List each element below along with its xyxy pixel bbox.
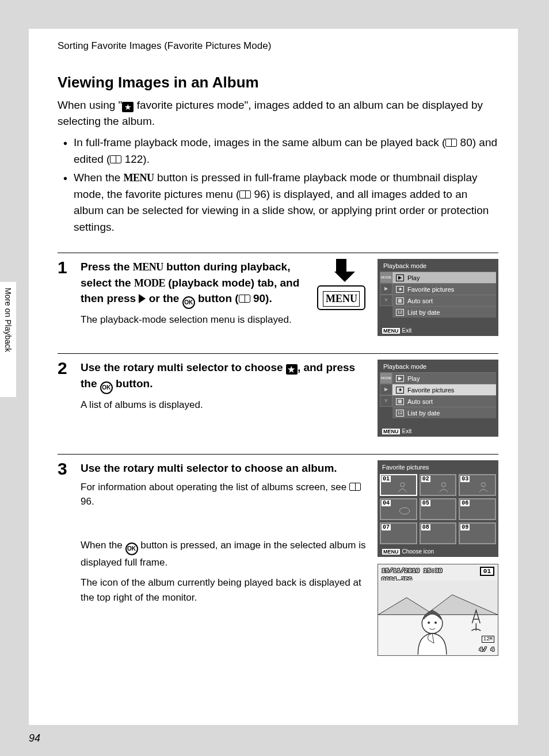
mode-tab: MODE xyxy=(380,372,392,384)
lcd-menu-list: ▶Play ★Favorite pictures ▦Auto sort 12Li… xyxy=(392,272,496,326)
page-ref-icon xyxy=(110,155,121,163)
play-icon: ▶ xyxy=(396,375,404,382)
lcd-item-play: ▶Play xyxy=(392,372,496,384)
album-cell: 03 xyxy=(459,474,496,496)
lcd-title: Playback mode xyxy=(380,362,496,372)
right-arrow-icon xyxy=(139,294,146,303)
svg-point-8 xyxy=(434,621,437,624)
photo-illustration xyxy=(378,581,498,655)
lcd-item-listbydate: 12List by date xyxy=(392,306,496,318)
svg-point-2 xyxy=(481,483,485,487)
resolution-badge: 12M xyxy=(482,636,494,643)
svg-point-7 xyxy=(428,621,430,624)
album-cell: 08 xyxy=(420,522,457,544)
wrench-tab-icon: Y xyxy=(380,395,392,407)
album-cell: 06 xyxy=(459,498,496,520)
side-tab-label: More on Playback xyxy=(0,282,16,358)
menu-word-icon: MENU xyxy=(133,261,163,273)
step-1: 1 Press the MENU button during playback,… xyxy=(58,253,498,336)
side-tab: More on Playback xyxy=(0,282,16,397)
calendar-icon: 12 xyxy=(396,410,404,417)
bullet-list: In full-frame playback mode, images in t… xyxy=(58,135,498,235)
svg-point-0 xyxy=(400,483,404,487)
star-icon: ★ xyxy=(286,364,298,375)
sort-icon: ▦ xyxy=(396,398,404,405)
step-2-heading: Use the rotary multi selector to choose … xyxy=(81,360,366,394)
ok-button-icon: OK xyxy=(182,296,195,309)
lcd-title: Playback mode xyxy=(380,261,496,272)
down-arrow-icon xyxy=(334,259,348,282)
step-3-subtext-3: The icon of the album currently being pl… xyxy=(81,575,366,605)
breadcrumb: Sorting Favorite Images (Favorite Pictur… xyxy=(58,40,498,52)
lcd-side-tabs: MODE ▶ Y xyxy=(380,372,392,426)
menu-word-icon: MENU xyxy=(124,172,154,184)
page-ref-icon xyxy=(239,190,251,198)
mode-word-icon: MODE xyxy=(134,277,165,289)
album-cell: 04 xyxy=(380,498,417,520)
intro-paragraph: When using "★ favorite pictures mode", i… xyxy=(58,97,498,129)
lcd-footer: MENUExit xyxy=(380,426,496,434)
lcd-item-autosort: ▦Auto sort xyxy=(392,295,496,306)
svg-point-1 xyxy=(442,483,446,487)
lcd-item-listbydate: 12List by date xyxy=(392,407,496,418)
fav-title: Favorite pictures xyxy=(380,463,496,473)
lcd-favorite-pictures-grid: Favorite pictures 01 02 03 04 05 06 07 0… xyxy=(378,460,498,557)
album-cell: 02 xyxy=(420,474,457,496)
menu-badge: MENU xyxy=(382,328,400,334)
star-icon: ★ xyxy=(122,102,134,112)
lcd-footer: MENUExit xyxy=(380,326,496,334)
lcd-item-play: ▶Play xyxy=(392,272,496,283)
menu-badge: MENU xyxy=(382,429,400,434)
mode-tab: MODE xyxy=(380,272,392,283)
step-number: 3 xyxy=(58,460,73,656)
album-cell: 09 xyxy=(459,522,496,544)
lcd-item-favorites: ★Favorite pictures xyxy=(392,283,496,295)
star-icon: ★ xyxy=(396,286,404,293)
page-ref-icon xyxy=(239,295,250,303)
album-grid: 01 02 03 04 05 06 07 08 09 xyxy=(380,473,496,547)
menu-button-figure: MENU xyxy=(315,259,367,310)
lcd-menu-list: ▶Play ★Favorite pictures ▦Auto sort 12Li… xyxy=(392,372,496,426)
play-tab-icon: ▶ xyxy=(380,384,392,395)
menu-button: MENU xyxy=(317,285,365,310)
album-indicator: 01 xyxy=(480,567,494,576)
star-icon: ★ xyxy=(396,387,404,394)
lcd-playback-mode-2: Playback mode MODE ▶ Y ▶Play ★Favorite p… xyxy=(378,360,498,437)
lcd-fullframe-playback: 15/11/2010 15:30 0004.JPG 01 xyxy=(378,564,498,656)
album-cell: 01 xyxy=(380,474,417,496)
intro-pre: When using " xyxy=(58,99,122,111)
sort-icon: ▦ xyxy=(396,297,404,304)
lcd-item-autosort: ▦Auto sort xyxy=(392,395,496,407)
lcd-playback-mode-1: Playback mode MODE ▶ Y ▶Play ★Favorite p… xyxy=(378,259,498,336)
section-title: Viewing Images in an Album xyxy=(58,74,498,91)
bullet-2: When the MENU button is pressed in full-… xyxy=(58,170,498,235)
lcd-footer: MENUChoose icon xyxy=(380,547,496,555)
page-ref-icon xyxy=(349,483,361,491)
step-3-heading: Use the rotary multi selector to choose … xyxy=(81,460,366,476)
step-number: 2 xyxy=(58,360,73,437)
album-cell: 05 xyxy=(420,498,457,520)
step-3-subtext-1: For information about operating the list… xyxy=(81,480,366,509)
page-number: 94 xyxy=(29,732,40,744)
step-number: 1 xyxy=(58,259,73,336)
wrench-tab-icon: Y xyxy=(380,295,392,306)
step-2-subtext: A list of albums is displayed. xyxy=(81,398,366,413)
lcd-side-tabs: MODE ▶ Y xyxy=(380,272,392,326)
step-1-heading: Press the MENU button during playback, s… xyxy=(81,259,304,309)
step-2: 2 Use the rotary multi selector to choos… xyxy=(58,353,498,437)
play-icon: ▶ xyxy=(396,274,404,281)
step-3: 3 Use the rotary multi selector to choos… xyxy=(58,454,498,656)
photo-counter: 4/ 4 xyxy=(479,646,494,653)
bullet-1: In full-frame playback mode, images in t… xyxy=(58,135,498,167)
menu-badge: MENU xyxy=(382,549,400,555)
manual-page: Sorting Favorite Images (Favorite Pictur… xyxy=(29,29,518,725)
page-ref-icon xyxy=(445,139,457,147)
step-3-subtext-2: When the OK button is pressed, an image … xyxy=(81,538,366,570)
lcd-item-favorites: ★Favorite pictures xyxy=(392,384,496,395)
svg-point-3 xyxy=(399,507,409,514)
play-tab-icon: ▶ xyxy=(380,283,392,295)
album-cell: 07 xyxy=(380,522,417,544)
ok-button-icon: OK xyxy=(125,543,138,555)
step-1-subtext: The playback-mode selection menu is disp… xyxy=(81,312,304,327)
ok-button-icon: OK xyxy=(100,381,113,394)
